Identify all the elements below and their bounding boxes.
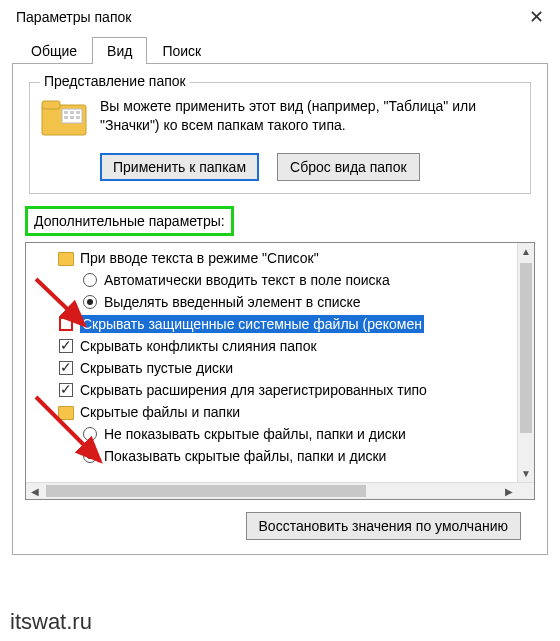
svg-rect-3 bbox=[64, 111, 68, 114]
tree-row-label: При вводе текста в режиме "Список" bbox=[80, 250, 319, 266]
tree-row[interactable]: Скрывать конфликты слияния папок bbox=[34, 335, 534, 357]
group-folder-views-legend: Представление папок bbox=[40, 73, 190, 89]
tree-row-label: Скрывать пустые диски bbox=[80, 360, 233, 376]
tree-row[interactable]: Не показывать скрытые файлы, папки и дис… bbox=[34, 423, 534, 445]
tree-row-label: Скрытые файлы и папки bbox=[80, 404, 240, 420]
tree-row-label: Выделять введенный элемент в списке bbox=[104, 294, 361, 310]
horizontal-scrollbar[interactable]: ◀ ▶ bbox=[26, 482, 534, 499]
restore-defaults-button[interactable]: Восстановить значения по умолчанию bbox=[246, 512, 521, 540]
scroll-left-icon[interactable]: ◀ bbox=[26, 483, 43, 499]
checkbox[interactable] bbox=[59, 317, 73, 331]
folder-icon bbox=[58, 250, 74, 266]
advanced-settings-label: Дополнительные параметры: bbox=[25, 206, 234, 236]
scroll-down-icon[interactable]: ▼ bbox=[518, 465, 534, 482]
checkbox-control[interactable] bbox=[58, 338, 74, 354]
tab-search[interactable]: Поиск bbox=[147, 37, 216, 64]
tree-row-label: Скрывать конфликты слияния папок bbox=[80, 338, 317, 354]
close-icon[interactable]: ✕ bbox=[525, 6, 548, 28]
scroll-right-icon[interactable]: ▶ bbox=[500, 483, 517, 499]
radio[interactable] bbox=[83, 449, 97, 463]
svg-rect-4 bbox=[70, 111, 74, 114]
window-title: Параметры папок bbox=[16, 9, 131, 25]
tree-row-label: Скрывать защищенные системные файлы (рек… bbox=[80, 315, 424, 333]
vertical-scrollbar[interactable]: ▲ ▼ bbox=[517, 243, 534, 482]
tree-row-label: Скрывать расширения для зарегистрированн… bbox=[80, 382, 427, 398]
checkbox-control[interactable] bbox=[58, 316, 74, 332]
folder-icon bbox=[40, 97, 88, 139]
checkbox-control[interactable] bbox=[58, 382, 74, 398]
svg-rect-8 bbox=[76, 116, 80, 119]
checkbox-control[interactable] bbox=[58, 360, 74, 376]
tab-strip: Общие Вид Поиск bbox=[0, 36, 560, 63]
tree-row[interactable]: Автоматически вводить текст в поле поиск… bbox=[34, 269, 534, 291]
svg-rect-6 bbox=[64, 116, 68, 119]
tree-row[interactable]: Скрывать пустые диски bbox=[34, 357, 534, 379]
svg-rect-7 bbox=[70, 116, 74, 119]
svg-rect-5 bbox=[76, 111, 80, 114]
folder-icon bbox=[58, 404, 74, 420]
svg-rect-1 bbox=[42, 101, 60, 109]
tree-row-label: Автоматически вводить текст в поле поиск… bbox=[104, 272, 390, 288]
tree-row[interactable]: Скрывать расширения для зарегистрированн… bbox=[34, 379, 534, 401]
folder-views-desc: Вы можете применить этот вид (например, … bbox=[100, 97, 520, 135]
checkbox[interactable] bbox=[59, 361, 73, 375]
tree-row[interactable]: Скрывать защищенные системные файлы (рек… bbox=[34, 313, 534, 335]
folder-icon bbox=[58, 406, 74, 420]
apply-to-folders-button[interactable]: Применить к папкам bbox=[100, 153, 259, 181]
radio-control[interactable] bbox=[82, 448, 98, 464]
radio[interactable] bbox=[83, 427, 97, 441]
scroll-thumb-h[interactable] bbox=[46, 485, 366, 497]
radio[interactable] bbox=[83, 295, 97, 309]
radio-control[interactable] bbox=[82, 294, 98, 310]
tab-view[interactable]: Вид bbox=[92, 37, 147, 64]
scroll-thumb-v[interactable] bbox=[520, 263, 532, 433]
tree-row[interactable]: При вводе текста в режиме "Список" bbox=[34, 247, 534, 269]
tab-general[interactable]: Общие bbox=[16, 37, 92, 64]
checkbox[interactable] bbox=[59, 383, 73, 397]
radio-control[interactable] bbox=[82, 426, 98, 442]
tab-panel-view: Представление папок Вы можете применить … bbox=[12, 63, 548, 555]
tree-row-label: Показывать скрытые файлы, папки и диски bbox=[104, 448, 386, 464]
watermark-text: itswat.ru bbox=[10, 609, 92, 635]
tree-row[interactable]: Показывать скрытые файлы, папки и диски bbox=[34, 445, 534, 467]
reset-folders-button[interactable]: Сброс вида папок bbox=[277, 153, 420, 181]
radio[interactable] bbox=[83, 273, 97, 287]
tree-row[interactable]: Выделять введенный элемент в списке bbox=[34, 291, 534, 313]
scroll-up-icon[interactable]: ▲ bbox=[518, 243, 534, 260]
folder-icon bbox=[58, 252, 74, 266]
advanced-settings-tree[interactable]: При вводе текста в режиме "Список"Автома… bbox=[25, 242, 535, 500]
tree-row-label: Не показывать скрытые файлы, папки и дис… bbox=[104, 426, 406, 442]
radio-control[interactable] bbox=[82, 272, 98, 288]
group-folder-views: Представление папок Вы можете применить … bbox=[29, 82, 531, 194]
checkbox[interactable] bbox=[59, 339, 73, 353]
tree-row[interactable]: Скрытые файлы и папки bbox=[34, 401, 534, 423]
